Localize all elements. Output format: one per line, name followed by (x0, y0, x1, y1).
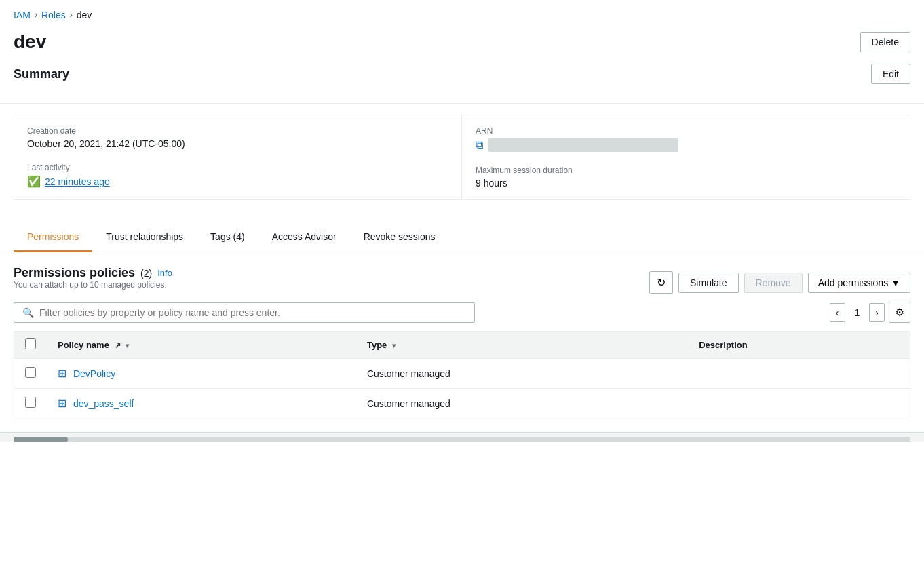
row-checkbox-cell (14, 389, 47, 418)
policies-subtitle: You can attach up to 10 managed policies… (14, 280, 172, 290)
arn-value (488, 138, 678, 152)
policies-title: Permissions policies (14, 266, 135, 280)
settings-button[interactable]: ⚙ (889, 302, 910, 323)
breadcrumb: IAM › Roles › dev (0, 0, 924, 27)
policies-table: Policy name ↗ ▾ Type ▾ Description (14, 332, 910, 418)
scrollbar-hint[interactable] (0, 432, 924, 442)
row-checkbox[interactable] (25, 397, 36, 408)
type-label: Type (367, 340, 387, 350)
scrollbar-track (14, 437, 910, 442)
breadcrumb-current: dev (77, 9, 92, 20)
refresh-button[interactable]: ↻ (649, 271, 673, 294)
select-all-header (14, 332, 47, 359)
add-permissions-label: Add permissions (818, 277, 889, 288)
search-bar[interactable]: 🔍 (14, 302, 475, 323)
type-column-header[interactable]: Type ▾ (356, 332, 688, 359)
pagination-row: ‹ 1 › ⚙ (830, 302, 910, 323)
table-row: ⊞ DevPolicy Customer managed (14, 359, 910, 389)
policies-count: (2) (140, 268, 152, 279)
copy-icon[interactable]: ⧉ (476, 139, 483, 151)
tab-trust-relationships[interactable]: Trust relationships (92, 224, 197, 252)
page-title: dev (14, 31, 46, 53)
status-dot-icon: ✅ (27, 175, 41, 188)
info-link[interactable]: Info (157, 268, 172, 278)
summary-header: Summary Edit (14, 64, 910, 84)
simulate-button[interactable]: Simulate (678, 273, 738, 293)
policies-title-area: Permissions policies (2) Info You can at… (14, 266, 172, 299)
last-activity-label: Last activity (27, 163, 448, 172)
arn-row: ⧉ (476, 138, 897, 152)
breadcrumb-sep-2: › (70, 10, 73, 20)
type-sort-icon: ▾ (392, 342, 396, 349)
policies-table-container: Policy name ↗ ▾ Type ▾ Description (14, 331, 910, 418)
delete-button[interactable]: Delete (860, 32, 910, 52)
tab-tags-(4)[interactable]: Tags (4) (197, 224, 258, 252)
summary-section: Summary Edit (0, 64, 924, 103)
policies-title-row: Permissions policies (2) Info (14, 266, 172, 280)
max-session-label: Maximum session duration (476, 165, 897, 175)
creation-date-value: October 20, 2021, 21:42 (UTC-05:00) (27, 138, 448, 149)
tabs: PermissionsTrust relationshipsTags (4)Ac… (14, 224, 910, 252)
policies-header: Permissions policies (2) Info You can at… (14, 266, 910, 299)
pagination-prev-button[interactable]: ‹ (830, 303, 845, 322)
expand-icon[interactable]: ⊞ (58, 397, 66, 409)
tab-permissions[interactable]: Permissions (14, 224, 92, 252)
policies-section: Permissions policies (2) Info You can at… (0, 252, 924, 432)
description-column-header: Description (688, 332, 910, 359)
last-activity-field: Last activity ✅ 22 minutes ago (27, 163, 448, 188)
table-header-row: Policy name ↗ ▾ Type ▾ Description (14, 332, 910, 359)
expand-icon[interactable]: ⊞ (58, 368, 66, 379)
add-permissions-chevron-icon: ▼ (891, 277, 900, 288)
table-row: ⊞ dev_pass_self Customer managed (14, 389, 910, 418)
page-header: dev Delete (0, 27, 924, 64)
tabs-container: PermissionsTrust relationshipsTags (4)Ac… (0, 211, 924, 252)
policy-name-sort-icon: ▾ (126, 342, 129, 349)
creation-date-field: Creation date October 20, 2021, 21:42 (U… (27, 126, 448, 149)
policy-name-link[interactable]: dev_pass_self (73, 398, 134, 409)
summary-title: Summary (14, 67, 69, 81)
row-policy-name-cell: ⊞ dev_pass_self (47, 389, 356, 418)
description-label: Description (699, 340, 748, 350)
search-input[interactable] (39, 307, 466, 318)
row-type-cell: Customer managed (356, 389, 688, 418)
search-row: 🔍 ‹ 1 › ⚙ (14, 302, 910, 323)
edit-button[interactable]: Edit (871, 64, 910, 84)
summary-grid: Creation date October 20, 2021, 21:42 (U… (14, 115, 910, 200)
policy-name-label: Policy name (58, 340, 109, 350)
row-type-cell: Customer managed (356, 359, 688, 389)
summary-left-col: Creation date October 20, 2021, 21:42 (U… (14, 115, 462, 199)
add-permissions-button[interactable]: Add permissions ▼ (808, 273, 910, 293)
max-session-field: Maximum session duration 9 hours (476, 165, 897, 189)
scrollbar-thumb (14, 437, 68, 442)
max-session-value: 9 hours (476, 178, 897, 189)
policy-name-column-header[interactable]: Policy name ↗ ▾ (47, 332, 356, 359)
last-activity-row: ✅ 22 minutes ago (27, 175, 448, 188)
row-checkbox[interactable] (25, 367, 36, 378)
row-description-cell (688, 389, 910, 418)
summary-right-col: ARN ⧉ Maximum session duration 9 hours (462, 115, 910, 199)
tab-access-advisor[interactable]: Access Advisor (258, 224, 350, 252)
tab-revoke-sessions[interactable]: Revoke sessions (350, 224, 449, 252)
creation-date-label: Creation date (27, 126, 448, 136)
breadcrumb-iam[interactable]: IAM (14, 9, 31, 20)
breadcrumb-sep-1: › (35, 10, 37, 20)
policy-name-external-icon: ↗ (115, 341, 121, 349)
remove-button[interactable]: Remove (744, 273, 803, 293)
pagination-next-button[interactable]: › (869, 303, 885, 322)
row-checkbox-cell (14, 359, 47, 389)
summary-divider (0, 103, 924, 104)
row-description-cell (688, 359, 910, 389)
select-all-checkbox[interactable] (25, 338, 36, 349)
arn-label: ARN (476, 126, 897, 136)
arn-field: ARN ⧉ (476, 126, 897, 152)
breadcrumb-roles[interactable]: Roles (41, 9, 66, 20)
actions-row: ↻ Simulate Remove Add permissions ▼ (649, 271, 910, 294)
policy-name-link[interactable]: DevPolicy (73, 368, 115, 379)
pagination-number: 1 (849, 304, 866, 321)
row-policy-name-cell: ⊞ DevPolicy (47, 359, 356, 389)
search-icon: 🔍 (22, 307, 34, 318)
last-activity-link[interactable]: 22 minutes ago (45, 176, 110, 187)
